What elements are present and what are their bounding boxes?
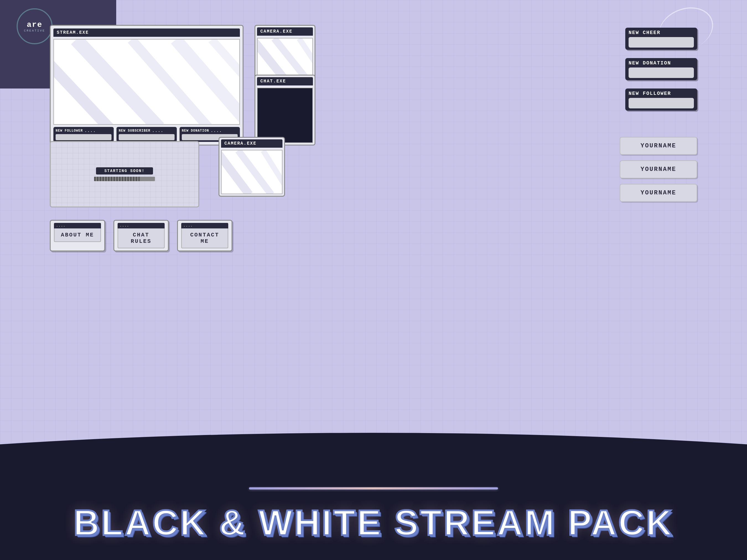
about-me-btn[interactable]: .... ABOUT ME <box>50 220 105 251</box>
bottom-panels: .... ABOUT ME .... CHAT RULES .... CONTA… <box>50 220 232 251</box>
starting-title: STARTING SOON! <box>96 167 153 175</box>
about-me-dots: .... <box>56 224 66 227</box>
logo: are CREATIVE <box>17 8 53 44</box>
chat-rules-bar: .... <box>118 223 164 229</box>
name-badge-1: YOURNAME <box>620 137 697 155</box>
right-alert-donation: NEW DONATION <box>625 58 697 80</box>
camera2-window: CAMERA.EXE <box>218 137 285 196</box>
contact-me-bar: .... <box>181 223 228 229</box>
right-alert-donation-value <box>628 68 694 78</box>
right-alert-cheer-value <box>628 37 694 48</box>
right-alert-follower-title: NEW FOLLOWER <box>628 91 694 96</box>
chat-rules-label: CHAT RULES <box>118 229 164 248</box>
main-title: BLACK & WHITE STREAM PACK <box>0 502 747 543</box>
camera2-content <box>221 150 282 194</box>
right-alerts: NEW CHEER NEW DONATION NEW FOLLOWER <box>625 28 697 111</box>
starting-panel: STARTING SOON! <box>50 141 199 207</box>
stream-title-bar: STREAM.EXE <box>53 28 240 37</box>
right-alert-cheer: NEW CHEER <box>625 28 697 50</box>
camera-window: CAMERA.EXE <box>255 25 315 79</box>
logo-sub: CREATIVE <box>24 29 45 32</box>
alert-subscriber: NEW SUBSCRIBER .... <box>117 127 177 142</box>
alert-donation-title: NEW DONATION .... <box>182 129 238 133</box>
camera2-title-bar: CAMERA.EXE <box>221 139 282 148</box>
main-title-container: BLACK & WHITE STREAM PACK <box>0 502 747 543</box>
alert-row: NEW FOLLOWER .... NEW SUBSCRIBER .... NE… <box>53 127 240 142</box>
shine-lines <box>54 39 239 124</box>
alert-follower-title: NEW FOLLOWER .... <box>56 129 111 133</box>
title-separator <box>249 487 498 489</box>
name-badges: YOURNAME YOURNAME YOURNAME <box>620 137 697 202</box>
chat-content <box>257 88 313 143</box>
right-alert-follower-value <box>628 98 694 108</box>
stream-panel: STREAM.EXE NEW FOLLOWER .... NEW SUBSCRI… <box>50 25 243 145</box>
chat-panel: CHAT.EXE <box>255 75 315 145</box>
alert-follower-label: NEW FOLLOWER <box>56 129 83 133</box>
contact-me-label: CONTACT ME <box>181 229 228 248</box>
alert-follower-dots: .... <box>84 129 96 133</box>
chat-window: CHAT.EXE <box>255 75 315 145</box>
stream-content <box>53 39 240 125</box>
loading-bar <box>94 177 155 181</box>
alert-subscriber-label: NEW SUBSCRIBER <box>119 129 151 133</box>
chat-rules-btn[interactable]: .... CHAT RULES <box>113 220 169 251</box>
camera-title-bar: CAMERA.EXE <box>257 27 313 36</box>
alert-donation-dots: .... <box>210 129 222 133</box>
chat-title-bar: CHAT.EXE <box>257 77 313 85</box>
alert-subscriber-value <box>119 134 175 140</box>
alert-follower-value <box>56 134 111 140</box>
camera-content <box>257 38 313 77</box>
camera2-shine <box>222 151 282 193</box>
right-alert-donation-title: NEW DONATION <box>628 60 694 66</box>
alert-subscriber-dots: .... <box>152 129 164 133</box>
alert-subscriber-title: NEW SUBSCRIBER .... <box>119 129 175 133</box>
right-alert-cheer-title: NEW CHEER <box>628 30 694 35</box>
about-me-label: ABOUT ME <box>54 229 101 242</box>
right-alert-follower: NEW FOLLOWER <box>625 88 697 111</box>
chat-rules-dots: .... <box>120 224 129 227</box>
contact-me-btn[interactable]: .... CONTACT ME <box>177 220 232 251</box>
alert-donation-label: NEW DONATION <box>182 129 209 133</box>
name-badge-2: YOURNAME <box>620 160 697 178</box>
about-me-bar: .... <box>54 223 101 229</box>
camera-shine <box>258 38 312 76</box>
name-badge-3: YOURNAME <box>620 184 697 202</box>
camera2-panel: CAMERA.EXE <box>218 137 285 196</box>
camera-panel: CAMERA.EXE <box>255 25 315 79</box>
alert-follower: NEW FOLLOWER .... <box>53 127 114 142</box>
svg-line-3 <box>176 39 239 123</box>
logo-text: are <box>27 21 42 29</box>
contact-me-dots: .... <box>183 224 193 227</box>
